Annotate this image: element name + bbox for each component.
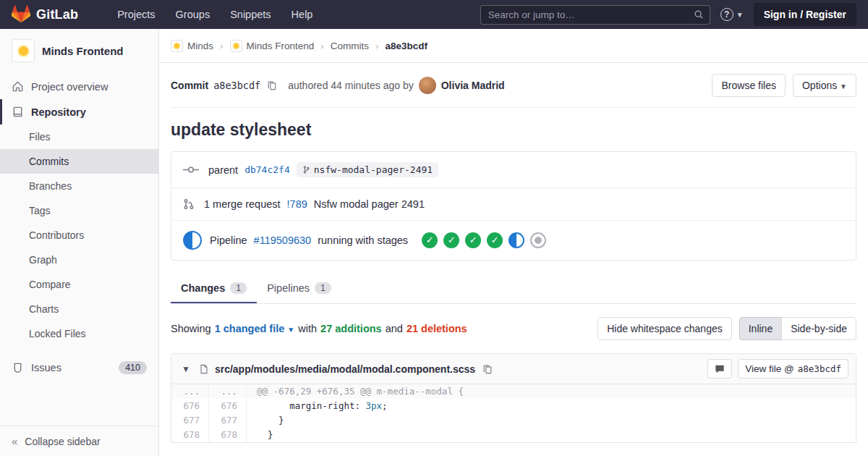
sidebar-item-project-overview[interactable]: Project overview — [0, 74, 158, 99]
pipeline-stage-created-icon[interactable] — [530, 232, 546, 248]
sidebar-item-tags[interactable]: Tags — [0, 198, 158, 223]
search-input[interactable] — [488, 9, 694, 20]
commit-sha: a8e3bcdf — [213, 80, 260, 91]
author-avatar[interactable] — [419, 77, 436, 94]
gitlab-logo[interactable]: GitLab — [12, 5, 78, 24]
pipeline-status-text: running with stages — [318, 235, 408, 246]
old-line-number[interactable]: ... — [171, 384, 209, 399]
tanuki-icon — [12, 5, 30, 24]
file-path[interactable]: src/app/modules/media/modal/modal.compon… — [215, 363, 475, 375]
diff-summary-text: Showing 1 changed file ▼ with 27 additio… — [171, 323, 467, 334]
project-avatar — [12, 39, 35, 62]
commit-icon — [183, 164, 199, 175]
chevron-down-icon: ▼ — [736, 11, 744, 19]
diff-line: 676 676 margin-right: 3px; — [171, 399, 856, 413]
sidebar-item-commits[interactable]: Commits — [0, 149, 158, 174]
nav-item-groups[interactable]: Groups — [167, 1, 219, 28]
pipeline-id-link[interactable]: #119509630 — [254, 235, 312, 246]
tab-changes[interactable]: Changes 1 — [171, 274, 257, 303]
breadcrumb-minds-frontend[interactable]: Minds Frontend — [230, 40, 315, 52]
side-by-side-view-button[interactable]: Side-by-side — [781, 317, 856, 340]
tab-label: Pipelines — [267, 282, 310, 294]
copy-file-path-button[interactable] — [481, 363, 494, 376]
search-icon — [694, 9, 704, 20]
diff-file-actions: View file @ a8e3bcdf — [707, 359, 848, 379]
merge-request-row: 1 merge request !789 Nsfw modal pager 24… — [171, 188, 856, 221]
parent-sha-link[interactable]: db74c2f4 — [244, 164, 290, 175]
diff-line: 678 678 } — [171, 428, 856, 442]
sidebar-item-label: Project overview — [31, 81, 108, 93]
old-line-number[interactable]: 678 — [171, 428, 209, 442]
pipeline-stage-success-icon[interactable]: ✓ — [465, 232, 481, 248]
commit-meta-row: Commit a8e3bcdf authored 44 minutes ago … — [171, 63, 856, 108]
sidebar-item-repository[interactable]: Repository — [0, 99, 158, 124]
diff-table: ... ... @@ -676,29 +676,35 @@ m-media--m… — [171, 384, 856, 442]
project-context-header[interactable]: Minds Frontend — [0, 29, 158, 74]
author-name[interactable]: Olivia Madrid — [441, 80, 505, 91]
nav-item-projects[interactable]: Projects — [109, 1, 163, 28]
help-menu[interactable]: ? ▼ — [720, 8, 744, 21]
diff-file-box: ▼ src/app/modules/media/modal/modal.comp… — [171, 353, 856, 443]
sidebar-item-issues[interactable]: Issues 410 — [0, 355, 158, 381]
sidebar-item-graph[interactable]: Graph — [0, 248, 158, 272]
nav-menu: Projects Groups Snippets Help — [109, 1, 321, 28]
pipeline-row: Pipeline #119509630 running with stages … — [171, 221, 856, 260]
main-content: Minds › Minds Frontend › Commits › a8e3b… — [159, 29, 868, 456]
collapse-file-chevron-icon[interactable]: ▼ — [179, 363, 193, 376]
pipeline-label: Pipeline — [210, 235, 247, 246]
breadcrumb-commits[interactable]: Commits — [331, 41, 369, 51]
code-line: margin-right: 3px; — [247, 399, 856, 413]
pipeline-stage-success-icon[interactable]: ✓ — [422, 232, 438, 248]
branch-icon — [302, 166, 310, 174]
old-line-number[interactable]: 676 — [171, 399, 209, 413]
double-chevron-left-icon: « — [12, 435, 17, 447]
pipeline-stage-success-icon[interactable]: ✓ — [443, 232, 459, 248]
pipeline-running-icon[interactable] — [183, 231, 202, 250]
nav-item-help[interactable]: Help — [283, 1, 322, 28]
collapse-sidebar-button[interactable]: « Collapse sidebar — [0, 426, 158, 456]
commit-tabs: Changes 1 Pipelines 1 — [171, 274, 856, 304]
new-line-number[interactable]: 676 — [209, 399, 247, 413]
sidebar-item-locked-files[interactable]: Locked Files — [0, 321, 158, 346]
breadcrumb-label: Commits — [331, 41, 369, 51]
breadcrumb-minds[interactable]: Minds — [171, 40, 213, 52]
project-name: Minds Frontend — [42, 45, 124, 57]
sign-in-button[interactable]: Sign in / Register — [754, 3, 856, 26]
copy-sha-button[interactable] — [265, 79, 278, 92]
view-file-button[interactable]: View file @ a8e3bcdf — [738, 359, 848, 379]
new-line-number[interactable]: 678 — [209, 428, 247, 442]
pipeline-stage-success-icon[interactable]: ✓ — [487, 232, 503, 248]
diff-hunk-header: @@ -676,29 +676,35 @@ m-media--modal { — [247, 384, 856, 399]
options-dropdown-button[interactable]: Options ▼ — [793, 74, 856, 97]
branch-ref-chip[interactable]: nsfw-modal-pager-2491 — [297, 162, 438, 177]
commit-label: Commit — [171, 80, 208, 91]
additions-count: 27 additions — [320, 323, 382, 334]
old-line-number[interactable]: 677 — [171, 413, 209, 428]
copy-icon — [482, 364, 493, 374]
tab-pipelines[interactable]: Pipelines 1 — [257, 274, 341, 303]
new-line-number[interactable]: ... — [209, 384, 247, 399]
hide-whitespace-button[interactable]: Hide whitespace changes — [597, 317, 732, 340]
options-label: Options — [802, 80, 837, 91]
sidebar-item-compare[interactable]: Compare — [0, 272, 158, 297]
file-icon — [199, 364, 209, 374]
pipeline-stage-running-icon[interactable] — [509, 232, 524, 248]
issues-count-badge: 410 — [119, 361, 147, 374]
diff-line: 677 677 } — [171, 413, 856, 428]
sidebar-item-charts[interactable]: Charts — [0, 297, 158, 321]
repository-subnav: Files Commits Branches Tags Contributors… — [0, 124, 158, 346]
inline-view-button[interactable]: Inline — [739, 317, 782, 340]
toggle-comments-button[interactable] — [707, 359, 732, 379]
commit-meta-actions: Browse files Options ▼ — [712, 74, 856, 97]
breadcrumb-label: Minds Frontend — [247, 41, 315, 51]
sidebar-item-files[interactable]: Files — [0, 124, 158, 149]
home-icon — [12, 80, 24, 93]
changed-files-dropdown[interactable]: 1 changed file ▼ — [215, 323, 295, 334]
sidebar-item-contributors[interactable]: Contributors — [0, 223, 158, 248]
project-avatar-small — [230, 40, 242, 52]
mr-ref-link[interactable]: !789 — [287, 198, 307, 210]
new-line-number[interactable]: 677 — [209, 413, 247, 428]
browse-files-button[interactable]: Browse files — [712, 74, 785, 97]
sidebar-item-branches[interactable]: Branches — [0, 174, 158, 198]
nav-item-snippets[interactable]: Snippets — [221, 1, 279, 28]
